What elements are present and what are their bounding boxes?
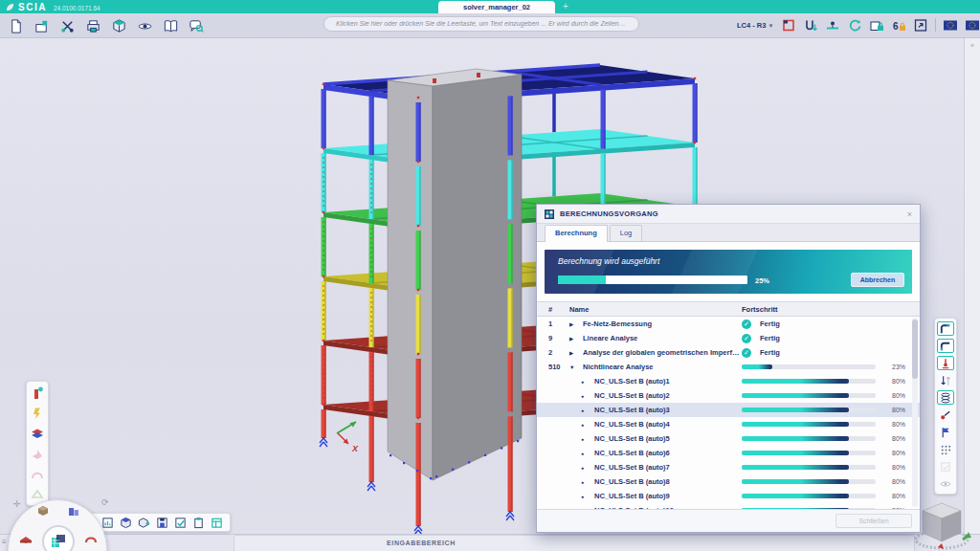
beam-tool-icon[interactable]: [30, 406, 45, 421]
roof-tool-icon[interactable]: [30, 486, 45, 501]
wheel-arch-icon[interactable]: [83, 531, 99, 546]
printer-icon[interactable]: [84, 17, 101, 34]
pan-icon[interactable]: ✛: [13, 499, 21, 509]
expand-icon[interactable]: ▶: [569, 336, 583, 342]
task-progress-cell: ✓Fertig: [742, 334, 920, 343]
calc-table-body: 1▶Fe-Netz-Bemessung✓Fertig9▶Lineare Anal…: [537, 317, 920, 509]
close-icon[interactable]: ×: [907, 209, 912, 219]
save-doc-icon[interactable]: [156, 517, 168, 529]
table-row[interactable]: ●NC_ULS-Set B (auto)180%: [537, 374, 920, 388]
package-3d-icon[interactable]: [110, 17, 127, 34]
column-header-progress[interactable]: Fortschritt: [742, 305, 920, 314]
brand-name: SCIA: [18, 2, 47, 12]
checkbox-tool-icon[interactable]: [937, 459, 954, 474]
table-row[interactable]: ●NC_ULS-Set B (auto)680%: [537, 446, 920, 460]
move-arrows-icon[interactable]: [937, 373, 954, 387]
member-2d-tool-icon[interactable]: [937, 339, 954, 353]
chart-doc-icon[interactable]: [101, 517, 114, 529]
toolbar-separator: [935, 18, 936, 32]
table-row[interactable]: ●NC_ULS-Set B (auto)580%: [537, 431, 920, 446]
load-case-selector[interactable]: LC4 - R3 ▼: [737, 21, 773, 30]
bullet-icon: ●: [581, 379, 594, 385]
column-header-id[interactable]: #: [548, 305, 569, 314]
rotate-icon[interactable]: ⟳: [101, 497, 109, 507]
table-row[interactable]: ●NC_ULS-Set B (auto)780%: [537, 460, 920, 474]
arch-tool-icon[interactable]: [30, 466, 45, 481]
task-progress-bar: [742, 364, 876, 369]
check-doc-icon[interactable]: [174, 517, 187, 529]
document-tab[interactable]: solver_manager_02: [438, 1, 555, 13]
box-icon[interactable]: [120, 517, 132, 529]
new-tab-button[interactable]: +: [563, 0, 568, 13]
bullet-icon: ●: [581, 465, 594, 471]
table-row[interactable]: ●NC_ULS-Set B (auto)380%: [537, 403, 920, 417]
collapsed-side-panel[interactable]: «: [964, 38, 980, 534]
tab-log[interactable]: Log: [610, 225, 643, 241]
box-export-icon[interactable]: [138, 517, 150, 529]
grid-points-icon[interactable]: [937, 442, 954, 456]
task-progress-cell: 80%: [742, 450, 920, 456]
wheel-building-icon[interactable]: [66, 504, 81, 519]
support-tool-icon[interactable]: [937, 356, 954, 370]
table-row[interactable]: 2▶Analyse der globalen geometrischen Imp…: [537, 345, 920, 360]
visibility-tool-icon[interactable]: [937, 476, 954, 491]
column-header-name[interactable]: Name: [569, 305, 742, 314]
table-icon[interactable]: [211, 517, 223, 529]
table-row[interactable]: ●NC_ULS-Set B (auto)880%: [537, 474, 920, 489]
slab-tool-icon[interactable]: [30, 426, 45, 441]
refresh-icon[interactable]: [847, 17, 862, 33]
lock-numbered-icon[interactable]: 6: [891, 17, 906, 33]
undo-history-icon[interactable]: [803, 17, 818, 33]
command-search-input[interactable]: Klicken Sie hier oder drücken Sie die Le…: [323, 16, 639, 32]
task-progress-label: 23%: [880, 364, 905, 370]
column-tool-icon[interactable]: [30, 386, 45, 401]
input-panel-label[interactable]: EINGABEBEREICH: [325, 540, 517, 546]
help-search-icon[interactable]: [188, 17, 205, 34]
section-plane-icon[interactable]: [825, 17, 840, 33]
task-progress-bar: [742, 479, 876, 484]
table-scrollbar[interactable]: [912, 318, 918, 507]
table-row[interactable]: ●NC_ULS-Set B (auto)480%: [537, 417, 920, 431]
view-eye-icon[interactable]: [136, 17, 153, 34]
open-project-icon[interactable]: [33, 17, 50, 34]
menu-grip-icon[interactable]: ≡: [2, 538, 7, 546]
tools-icon[interactable]: [58, 17, 76, 34]
wheel-box-icon[interactable]: [35, 504, 51, 519]
done-check-icon: ✓: [742, 334, 751, 343]
dialog-title-bar[interactable]: BERECHNUNGSVORGANG ×: [537, 205, 920, 224]
task-progress-label: 80%: [880, 493, 905, 499]
member-1d-tool-icon[interactable]: [937, 321, 954, 336]
fullscreen-icon[interactable]: [913, 17, 928, 33]
dialog-footer: Schließen: [537, 509, 920, 532]
table-row[interactable]: ●NC_ULS-Set B (auto)1080%: [537, 503, 920, 509]
expand-icon[interactable]: ▶: [569, 350, 583, 356]
wheel-wall-icon[interactable]: [18, 531, 33, 546]
eu-flag-icon[interactable]: [943, 17, 958, 33]
clipping-box-icon[interactable]: [781, 17, 796, 33]
table-row[interactable]: 510▼Nichtlineare Analyse23%: [537, 360, 920, 374]
label-flag-icon[interactable]: [937, 425, 954, 439]
collapse-icon[interactable]: ▼: [569, 364, 583, 370]
table-row[interactable]: ●NC_ULS-Set B (auto)980%: [537, 489, 920, 503]
table-row[interactable]: ●NC_ULS-Set B (auto)280%: [537, 388, 920, 403]
new-document-icon[interactable]: [7, 17, 24, 34]
panel-expand-icon[interactable]: «: [965, 42, 980, 49]
wall-tool-icon[interactable]: [30, 446, 45, 461]
tab-berechnung[interactable]: Berechnung: [545, 225, 608, 242]
cancel-button[interactable]: Abbrechen: [851, 273, 904, 287]
eu-flag-icon-2[interactable]: [965, 17, 980, 33]
lock-box-icon[interactable]: [869, 17, 884, 33]
clipboard-icon[interactable]: [192, 517, 205, 529]
table-row[interactable]: 9▶Lineare Analyse✓Fertig: [537, 331, 920, 345]
close-button[interactable]: Schließen: [835, 514, 912, 528]
table-row[interactable]: 1▶Fe-Netz-Bemessung✓Fertig: [537, 317, 920, 331]
expand-icon[interactable]: ▶: [569, 321, 583, 327]
layers-tool-icon[interactable]: [937, 390, 954, 405]
navigation-wheel[interactable]: [8, 499, 107, 551]
scrollbar-thumb[interactable]: [912, 320, 918, 379]
task-progress-label: 80%: [880, 435, 905, 442]
library-book-icon[interactable]: [162, 17, 179, 34]
hinge-tool-icon[interactable]: [937, 408, 954, 422]
task-progress-bar: [742, 508, 876, 509]
wheel-hub-button[interactable]: [42, 525, 75, 551]
